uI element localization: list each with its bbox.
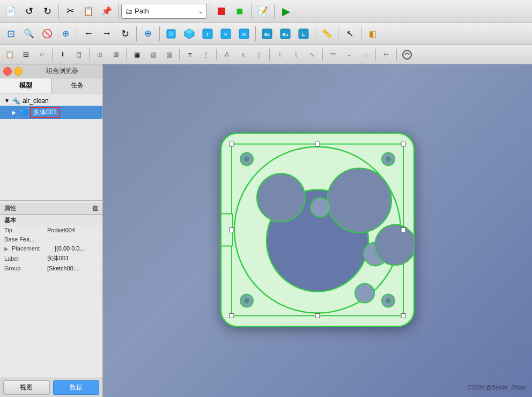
prop-row-base[interactable]: Base Fea...	[0, 235, 102, 244]
prop-value-header: 值	[92, 204, 98, 212]
nav-sync-button[interactable]: ↻	[116, 25, 134, 42]
play-button[interactable]: ▶	[277, 3, 294, 20]
sidebar: 组合浏览器 模型 任务 ▼ 🔩 air_clean ▶ 🔷 实体001 属性	[0, 64, 103, 397]
sep-t2	[89, 49, 90, 61]
view-front-button[interactable]: F	[217, 25, 234, 42]
tool-6[interactable]: ⊞	[92, 47, 107, 62]
viewport[interactable]: CSDN @Basile_Show	[103, 64, 532, 397]
separator-7	[136, 26, 137, 41]
tool-23[interactable]	[400, 47, 415, 62]
sidebar-close-button[interactable]	[3, 67, 12, 76]
cad-drawing	[216, 128, 419, 332]
sep-t3	[126, 49, 127, 61]
svg-point-23	[244, 157, 249, 162]
tool-20[interactable]: ⌣	[342, 47, 357, 62]
separator-10	[315, 26, 315, 41]
tool-12[interactable]: ⋮	[198, 47, 213, 62]
prop-value-placement: [(0.00 0.0...	[55, 245, 98, 252]
prop-name-group: Group	[4, 265, 47, 271]
cursor-button[interactable]: ↖	[341, 25, 358, 42]
cut-button[interactable]: ✂	[62, 3, 79, 20]
zoom2-button[interactable]: ⊕	[139, 25, 157, 42]
green-square-button[interactable]: ■	[231, 3, 248, 20]
zoom-no-button[interactable]: 🚫	[39, 25, 56, 42]
tool-21[interactable]: ∩	[358, 47, 373, 62]
svg-text:T: T	[206, 32, 209, 37]
stop-button[interactable]: ⏹	[213, 3, 230, 20]
view-back-button[interactable]: Bk	[258, 25, 276, 42]
prop-row-group[interactable]: Group [Sketch00...	[0, 264, 102, 273]
zoom-in-button[interactable]: 🔍	[20, 25, 38, 42]
prop-value-tip: Pocket004	[47, 227, 98, 233]
data-button[interactable]: 数据	[53, 380, 100, 395]
tool-1[interactable]: 📋	[2, 47, 17, 62]
measure-button[interactable]: 📏	[318, 25, 335, 42]
tool-2[interactable]: ⊟	[18, 47, 33, 62]
tool-19[interactable]: ⌤	[326, 47, 341, 62]
separator-1	[58, 4, 59, 19]
paste-button[interactable]: 📌	[98, 3, 115, 20]
redo-button[interactable]: ↻	[39, 3, 56, 20]
path-dropdown-text: Path	[135, 7, 196, 15]
prop-row-placement[interactable]: ▶ Placement [(0.00 0.0...	[0, 244, 102, 253]
nav-back-button[interactable]: ←	[80, 25, 97, 42]
tool-10[interactable]: ▨	[161, 47, 176, 62]
svg-point-31	[327, 168, 391, 233]
svg-rect-41	[315, 314, 320, 318]
tool-18[interactable]: ∿	[305, 47, 320, 62]
tool-4[interactable]: ℹ	[55, 47, 70, 62]
tree-child-icon: 🔷	[19, 108, 28, 116]
tool-5[interactable]: ⌹	[71, 47, 86, 62]
parts-button[interactable]: ◧	[364, 25, 381, 42]
note-button[interactable]: 📝	[254, 3, 271, 20]
tool-3[interactable]: ○	[34, 47, 49, 62]
tool-17[interactable]: ⌇	[289, 47, 304, 62]
separator-8	[159, 26, 160, 41]
svg-text:R: R	[242, 32, 246, 37]
svg-rect-42	[230, 228, 234, 232]
tool-7[interactable]: ⊠	[108, 47, 123, 62]
prop-basic-header: 基本	[0, 215, 102, 226]
tool-9[interactable]: ▧	[145, 47, 160, 62]
tool-22[interactable]: ⊢	[379, 47, 394, 62]
separator-2	[118, 4, 119, 19]
separator-9	[255, 26, 256, 41]
svg-rect-39	[401, 314, 405, 318]
undo-button[interactable]: ↺	[20, 3, 38, 20]
view-iso-button[interactable]	[181, 25, 198, 42]
tool-16[interactable]: ⌇	[272, 47, 287, 62]
view-bottom-button[interactable]: Bo	[277, 25, 294, 42]
zoom-box-button[interactable]: ⊕	[57, 25, 74, 42]
separator-5	[274, 4, 275, 19]
prop-row-label[interactable]: Label 实体001	[0, 253, 102, 264]
sep-t6	[269, 49, 270, 61]
view-button[interactable]: 视图	[3, 380, 50, 395]
sep-t7	[322, 49, 323, 61]
svg-text:F: F	[224, 32, 227, 37]
separator-6	[77, 26, 77, 41]
tool-14[interactable]: ∧	[235, 47, 250, 62]
tool-15[interactable]: ∫	[252, 47, 267, 62]
path-dropdown[interactable]: 🗂 Path ⌄	[121, 4, 207, 19]
svg-text:L: L	[302, 32, 305, 37]
view-3d-button[interactable]	[162, 25, 180, 42]
view-top-button[interactable]: T	[199, 25, 216, 42]
copy-button[interactable]: 📋	[80, 3, 97, 20]
tool-8[interactable]: ▦	[129, 47, 144, 62]
sidebar-minimize-button[interactable]	[14, 67, 23, 76]
tab-model[interactable]: 模型	[0, 78, 51, 93]
tree-root-item[interactable]: ▼ 🔩 air_clean	[0, 95, 102, 106]
tree-child-item[interactable]: ▶ 🔷 实体001	[0, 106, 102, 119]
nav-forward-button[interactable]: →	[98, 25, 115, 42]
view-right-button[interactable]: R	[235, 25, 253, 42]
svg-rect-37	[401, 142, 405, 146]
tool-13[interactable]: A	[219, 47, 234, 62]
new-file-button[interactable]: 📄	[2, 3, 19, 20]
tool-11[interactable]: ≡	[182, 47, 197, 62]
zoom-fit-button[interactable]: ⊡	[2, 25, 19, 42]
prop-row-tip[interactable]: Tip Pocket004	[0, 226, 102, 235]
separator-12	[361, 26, 361, 41]
tab-task[interactable]: 任务	[51, 78, 102, 93]
toolbar-top: 📄 ↺ ↻ ✂ 📋 📌 🗂 Path ⌄ ⏹ ■ 📝 ▶	[0, 0, 532, 23]
view-left-button[interactable]: L	[295, 25, 312, 42]
